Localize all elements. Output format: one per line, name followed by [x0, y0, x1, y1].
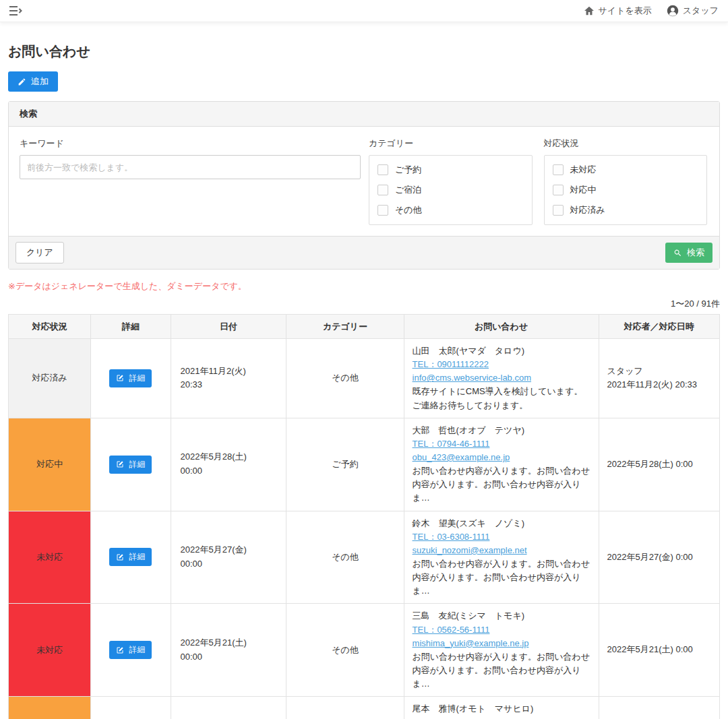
category-cell: その他 — [286, 511, 404, 604]
category-checkbox-group: ご予約 ご宿泊 その他 — [369, 155, 533, 225]
category-cell: その他 — [286, 604, 404, 697]
inquiry-message: お問い合わせ内容が入ります。お問い合わせ内容が入ります。お問い合わせ内容が入りま… — [413, 464, 590, 505]
dummy-data-note: ※データはジェネレーターで生成した、ダミーデータです。 — [8, 280, 720, 292]
checkbox-icon[interactable] — [553, 185, 564, 195]
detail-cell: 詳細 — [91, 604, 171, 697]
detail-button[interactable]: 詳細 — [109, 369, 152, 387]
status-badge: 対応中 — [9, 418, 91, 511]
search-panel: 検索 キーワード カテゴリー ご予約 ご宿泊 — [8, 101, 720, 270]
tel-link[interactable]: TEL：0794-46-1111 — [413, 437, 590, 451]
tel-link[interactable]: TEL：03-6308-1111 — [413, 530, 590, 544]
checkbox-icon[interactable] — [377, 205, 388, 216]
keyword-label: キーワード — [20, 137, 361, 150]
tel-link[interactable]: TEL：0562-56-1111 — [413, 623, 590, 637]
add-button[interactable]: 追加 — [8, 71, 58, 92]
detail-button-label: 詳細 — [129, 644, 145, 656]
edit-icon — [116, 553, 124, 561]
inquirer-name: 山田 太郎(ヤマダ タロウ) — [413, 344, 590, 358]
email-link[interactable]: suzuki_nozomi@example.net — [413, 544, 590, 557]
responder-cell: 2022年5月28(土) 0:00 — [599, 418, 719, 511]
status-option-done[interactable]: 対応済み — [553, 204, 699, 216]
add-button-label: 追加 — [31, 75, 49, 88]
inquirer-name: 三島 友紀(ミシマ トモキ) — [413, 609, 590, 623]
top-navbar: サイトを表示 スタッフ — [0, 0, 728, 22]
tel-link[interactable]: TEL：0794-16-1111 — [413, 716, 590, 719]
responder-name: スタッフ — [607, 365, 711, 379]
detail-button[interactable]: 詳細 — [109, 641, 152, 659]
category-field: カテゴリー ご予約 ご宿泊 その他 — [369, 137, 533, 225]
responder-cell: スタッフ 2021年11月2(火) 20:33 — [599, 339, 719, 418]
date-value: 2022年5月21(土) — [181, 636, 277, 650]
inquiry-message: お問い合わせ内容が入ります。お問い合わせ内容が入ります。お問い合わせ内容が入りま… — [413, 557, 590, 598]
status-badge: 未対応 — [9, 604, 91, 697]
table-header-row: 対応状況 詳細 日付 カテゴリー お問い合わせ 対応者／対応日時 — [9, 315, 720, 339]
category-label: カテゴリー — [369, 137, 533, 150]
inquirer-name: 鈴木 望美(スズキ ノゾミ) — [413, 517, 590, 530]
responded-at: 2022年5月28(土) 0:00 — [607, 458, 711, 472]
inquiry-cell: 大部 哲也(オオブ テツヤ) TEL：0794-46-1111 obu_423@… — [404, 418, 599, 511]
search-button[interactable]: 検索 — [665, 243, 712, 263]
date-value: 2022年5月27(金) — [181, 543, 277, 557]
inquiry-table: 対応状況 詳細 日付 カテゴリー お問い合わせ 対応者／対応日時 対応済み 詳細… — [8, 314, 720, 719]
inquiry-message: 既存サイトにCMS導入を検討しています。ご連絡お待ちしております。 — [413, 385, 590, 412]
detail-button-label: 詳細 — [129, 551, 145, 563]
email-link[interactable]: mishima_yuki@example.ne.jp — [413, 637, 590, 650]
detail-cell: 詳細 — [91, 418, 171, 511]
result-count: 1〜20 / 91件 — [8, 298, 720, 310]
status-badge: 未対応 — [9, 511, 91, 604]
sidebar-toggle-button[interactable] — [9, 5, 23, 16]
status-option-label: 対応済み — [570, 204, 605, 216]
status-badge: 対応済み — [9, 339, 91, 418]
status-option-progress[interactable]: 対応中 — [553, 184, 699, 196]
search-icon — [673, 249, 682, 257]
category-option-label: ご宿泊 — [395, 184, 421, 196]
category-option-reservation[interactable]: ご予約 — [377, 164, 524, 176]
table-row: 未対応 詳細 2022年5月21(土) 00:00 その他 三島 友紀(ミシマ … — [9, 604, 720, 697]
table-row: 未対応 詳細 2022年5月27(金) 00:00 その他 鈴木 望美(スズキ … — [9, 511, 720, 604]
detail-button-label: 詳細 — [129, 459, 145, 470]
responded-at: 2022年5月21(土) 0:00 — [607, 643, 711, 657]
status-checkbox-group: 未対応 対応中 対応済み — [544, 155, 708, 225]
edit-icon — [116, 460, 124, 468]
inquiry-cell: 山田 太郎(ヤマダ タロウ) TEL：09011112222 info@cms.… — [404, 339, 599, 418]
status-option-new[interactable]: 未対応 — [553, 164, 699, 176]
checkbox-icon[interactable] — [553, 205, 564, 216]
inquirer-name: 尾本 雅博(オモト マサヒロ) — [413, 702, 590, 716]
checkbox-icon[interactable] — [553, 164, 564, 175]
view-site-link[interactable]: サイトを表示 — [584, 5, 652, 17]
category-cell: ご予約 — [286, 418, 404, 511]
detail-button[interactable]: 詳細 — [109, 548, 152, 566]
time-value: 00:00 — [181, 464, 277, 478]
page-title: お問い合わせ — [8, 42, 720, 61]
search-panel-title: 検索 — [9, 102, 719, 127]
table-row: 対応中 詳細 2022年5月28(土) 00:00 ご予約 大部 哲也(オオブ … — [9, 418, 720, 511]
header-status: 対応状況 — [9, 315, 91, 339]
detail-button[interactable]: 詳細 — [109, 456, 152, 474]
inquiry-message: お問い合わせ内容が入ります。お問い合わせ内容が入ります。お問い合わせ内容が入りま… — [413, 650, 590, 691]
responded-at: 2022年5月27(金) 0:00 — [607, 551, 711, 565]
tel-link[interactable]: TEL：09011112222 — [413, 358, 590, 371]
category-option-lodging[interactable]: ご宿泊 — [377, 184, 524, 196]
status-option-label: 未対応 — [570, 164, 597, 176]
category-cell: ご宿泊 — [286, 697, 404, 719]
view-site-label: サイトを表示 — [599, 5, 652, 17]
date-cell: 2022年5月28(土) 00:00 — [171, 418, 286, 511]
email-link[interactable]: info@cms.webservice-lab.com — [413, 371, 590, 385]
header-detail: 詳細 — [91, 315, 171, 339]
table-row: 対応済み 詳細 2021年11月2(火) 20:33 その他 山田 太郎(ヤマダ… — [9, 339, 720, 418]
user-label: スタッフ — [683, 5, 719, 17]
inquiry-cell: 鈴木 望美(スズキ ノゾミ) TEL：03-6308-1111 suzuki_n… — [404, 511, 599, 604]
date-value: 2021年11月2(火) — [181, 365, 277, 379]
header-responder: 対応者／対応日時 — [599, 315, 719, 339]
header-inquiry: お問い合わせ — [404, 315, 599, 339]
home-icon — [584, 6, 595, 15]
checkbox-icon[interactable] — [377, 185, 388, 195]
category-option-other[interactable]: その他 — [377, 204, 524, 216]
time-value: 00:00 — [181, 557, 277, 571]
user-menu[interactable]: スタッフ — [667, 5, 719, 17]
clear-button[interactable]: クリア — [16, 242, 64, 263]
checkbox-icon[interactable] — [377, 164, 388, 175]
email-link[interactable]: obu_423@example.ne.jp — [413, 451, 590, 464]
keyword-input[interactable] — [20, 155, 361, 179]
date-cell: 2021年11月2(火) 20:33 — [171, 339, 286, 418]
